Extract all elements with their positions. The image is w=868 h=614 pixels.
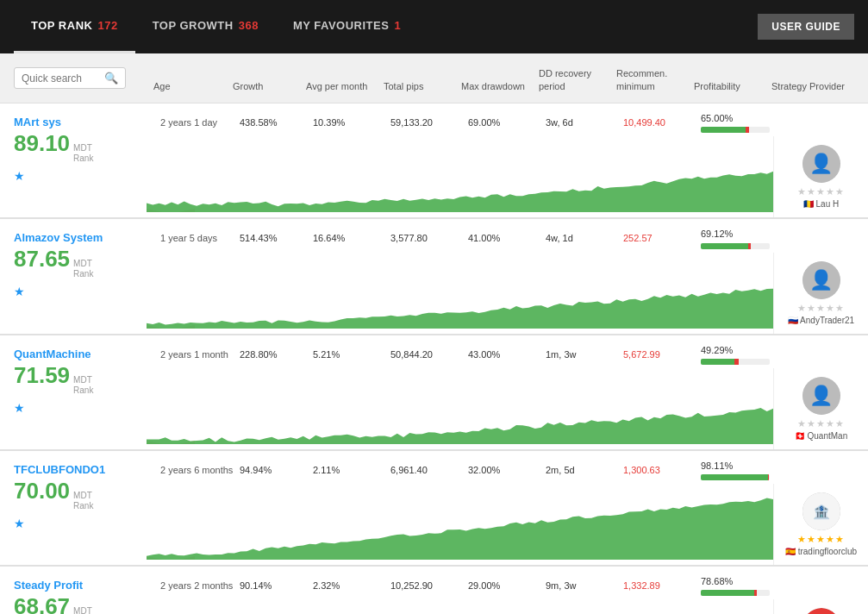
provider-col: EXC ★★★★★ Steady Profit bbox=[773, 599, 868, 614]
col-header-growth: Growth bbox=[233, 80, 306, 92]
avg-value: 5.21% bbox=[313, 348, 390, 360]
bookmark-icon[interactable]: ★ bbox=[14, 401, 138, 415]
table-row: MArt sys 89.10 MDTRank ★ 2 years 1 day 4… bbox=[0, 103, 868, 219]
strategy-content: 2 years 6 months 94.94% 2.11% 6,961.40 3… bbox=[147, 451, 868, 565]
provider-col: 👤 ★★★★★ 🇨🇭 QuantMan bbox=[773, 368, 868, 449]
rank-number: 68.67 bbox=[14, 595, 70, 614]
dd-value: 69.00% bbox=[468, 116, 546, 128]
avg-value: 2.32% bbox=[313, 580, 390, 592]
growth-value: 438.58% bbox=[240, 116, 313, 128]
profit-bar-red bbox=[734, 359, 739, 365]
recom-value: 252.57 bbox=[623, 232, 701, 244]
bookmark-icon[interactable]: ★ bbox=[14, 517, 138, 530]
profit-bar-red bbox=[748, 243, 750, 249]
chart-container bbox=[147, 253, 773, 334]
nav-top-rank-label: TOP RANK bbox=[31, 19, 92, 32]
strategy-content: 2 years 1 month 228.80% 5.21% 50,844.20 … bbox=[147, 335, 868, 449]
rank-label: MDTRank bbox=[73, 606, 93, 614]
table-row: TFCLUBFONDO1 70.00 MDTRank ★ 2 years 6 m… bbox=[0, 451, 868, 567]
avg-value: 10.39% bbox=[313, 116, 390, 128]
ddrec-value: 1m, 3w bbox=[546, 348, 623, 360]
data-row: 2 years 6 months 94.94% 2.11% 6,961.40 3… bbox=[147, 451, 868, 484]
strategy-sidebar: QuantMachine 71.59 MDTRank ★ bbox=[0, 335, 147, 449]
bookmark-icon[interactable]: ★ bbox=[14, 169, 138, 183]
col-header-age: Age bbox=[147, 80, 233, 92]
chart-container bbox=[147, 368, 773, 449]
profit-value: 78.68% bbox=[701, 575, 778, 596]
pips-value: 59,133.20 bbox=[390, 116, 468, 128]
recom-value: 5,672.99 bbox=[623, 348, 701, 360]
col-header-avg: Avg per month bbox=[306, 80, 384, 92]
profit-bar-green bbox=[701, 359, 734, 365]
provider-name: 🇷🇺 AndyTrader21 bbox=[788, 316, 854, 325]
dd-value: 32.00% bbox=[468, 464, 546, 476]
chart-container bbox=[147, 484, 773, 565]
provider-stars: ★★★★★ bbox=[797, 186, 845, 197]
nav-top-growth-count: 368 bbox=[239, 19, 259, 32]
data-row: 2 years 2 months 90.14% 2.32% 10,252.90 … bbox=[147, 567, 868, 599]
dd-value: 41.00% bbox=[468, 232, 546, 244]
table-row: QuantMachine 71.59 MDTRank ★ 2 years 1 m… bbox=[0, 335, 868, 451]
strategy-content: 2 years 1 day 438.58% 10.39% 59,133.20 6… bbox=[147, 103, 868, 217]
nav-top-growth[interactable]: TOP GROWTH 368 bbox=[135, 0, 276, 53]
age-value: 2 years 1 day bbox=[153, 116, 240, 128]
ddrec-value: 3w, 6d bbox=[546, 116, 623, 128]
provider-name: 🇷🇴 Lau H bbox=[803, 199, 839, 209]
dd-value: 29.00% bbox=[468, 580, 546, 592]
search-box[interactable]: 🔍 bbox=[14, 67, 126, 89]
rank-label: MDTRank bbox=[73, 259, 93, 279]
strategy-name[interactable]: Almazov System bbox=[14, 231, 138, 244]
rank-label: MDTRank bbox=[73, 491, 93, 511]
strategy-sidebar: MArt sys 89.10 MDTRank ★ bbox=[0, 103, 147, 217]
provider-avatar: 👤 bbox=[802, 377, 840, 415]
provider-name: 🇨🇭 QuantMan bbox=[795, 431, 847, 441]
user-guide-button[interactable]: USER GUIDE bbox=[758, 14, 854, 40]
strategy-rank: 71.59 MDTRank bbox=[14, 364, 138, 396]
dd-value: 43.00% bbox=[468, 348, 546, 360]
nav-my-favourites-count: 1 bbox=[394, 19, 401, 32]
col-header-profit: Profitability bbox=[694, 80, 771, 92]
bookmark-icon[interactable]: ★ bbox=[14, 285, 138, 298]
strategy-name[interactable]: QuantMachine bbox=[14, 348, 138, 360]
growth-value: 228.80% bbox=[240, 348, 313, 360]
search-input[interactable] bbox=[22, 72, 101, 85]
profit-value: 65.00% bbox=[701, 112, 778, 133]
nav-my-favourites-label: MY FAVOURITES bbox=[293, 19, 389, 32]
nav-my-favourites[interactable]: MY FAVOURITES 1 bbox=[276, 0, 418, 53]
chart-container bbox=[147, 136, 773, 217]
column-headers: 🔍 Age Growth Avg per month Total pips Ma… bbox=[0, 53, 868, 103]
growth-value: 514.43% bbox=[240, 232, 313, 244]
strategy-content: 1 year 5 days 514.43% 16.64% 3,577.80 41… bbox=[147, 219, 868, 333]
strategy-name[interactable]: Steady Profit bbox=[14, 579, 138, 592]
nav-top-growth-label: TOP GROWTH bbox=[153, 19, 234, 32]
strategy-name[interactable]: TFCLUBFONDO1 bbox=[14, 463, 138, 476]
pips-value: 6,961.40 bbox=[390, 464, 468, 476]
col-header-pips: Total pips bbox=[384, 80, 461, 92]
nav: TOP RANK 172 TOP GROWTH 368 MY FAVOURITE… bbox=[14, 0, 758, 53]
main-content: 🔍 Age Growth Avg per month Total pips Ma… bbox=[0, 53, 868, 614]
profit-bar-green bbox=[701, 127, 746, 133]
profit-percent: 78.68% bbox=[701, 575, 778, 587]
profit-percent: 69.12% bbox=[701, 228, 778, 240]
growth-value: 94.94% bbox=[240, 464, 313, 476]
nav-top-rank[interactable]: TOP RANK 172 bbox=[14, 0, 135, 53]
col-header-provider: Strategy Provider bbox=[771, 80, 868, 92]
avg-value: 16.64% bbox=[313, 232, 390, 244]
profit-percent: 98.11% bbox=[701, 460, 778, 472]
provider-avatar: EXC bbox=[802, 608, 840, 614]
data-row: 1 year 5 days 514.43% 16.64% 3,577.80 41… bbox=[147, 219, 868, 252]
profit-bar-green bbox=[701, 590, 754, 596]
provider-avatar: 👤 bbox=[802, 261, 840, 299]
provider-stars: ★★★★★ bbox=[797, 418, 845, 429]
profit-bar-green bbox=[701, 474, 768, 480]
strategy-name[interactable]: MArt sys bbox=[14, 116, 138, 128]
provider-stars: ★★★★★ bbox=[797, 534, 845, 545]
col-headers-list: Age Growth Avg per month Total pips Max … bbox=[147, 60, 868, 96]
rank-number: 70.00 bbox=[14, 479, 70, 502]
chart-provider-row: 👤 ★★★★★ 🇨🇭 QuantMan bbox=[147, 368, 868, 449]
pips-value: 50,844.20 bbox=[390, 348, 468, 360]
chart-provider-row: 🏦 ★★★★★ 🇪🇸 tradingfloorclub bbox=[147, 484, 868, 565]
age-value: 2 years 1 month bbox=[153, 348, 240, 360]
strategy-rank: 87.65 MDTRank bbox=[14, 247, 138, 279]
chart-svg bbox=[147, 368, 773, 444]
